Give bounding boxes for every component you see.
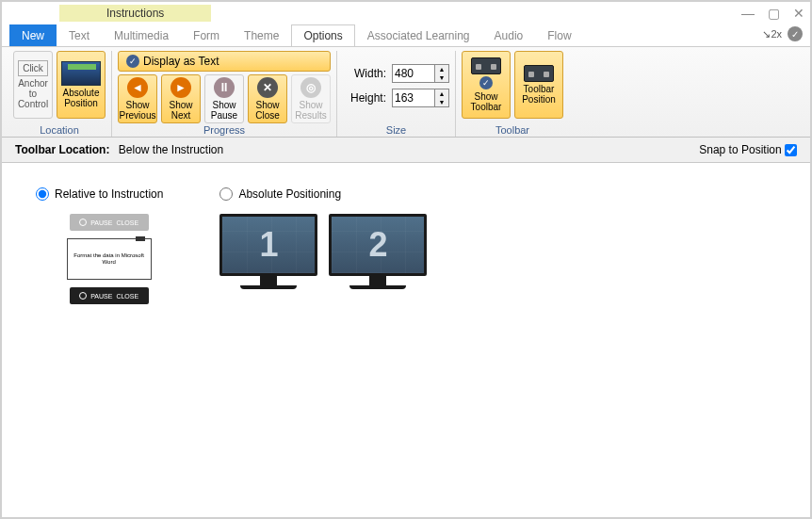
group-label-size: Size [337,124,455,136]
arrow-right-icon: ► [171,77,191,98]
absolute-label: Absolute Positioning [238,187,341,201]
show-previous-button[interactable]: ◄ Show Previous [118,74,157,123]
zoom-indicator[interactable]: ↘2x [762,28,782,41]
height-up[interactable]: ▲ [435,89,448,98]
snap-to-position-checkbox[interactable] [785,144,797,156]
show-toolbar-button[interactable]: ✓ Show Toolbar [462,51,511,119]
height-input[interactable] [392,89,435,107]
pause-icon: II [214,77,235,98]
show-pause-button[interactable]: II Show Pause [204,74,244,123]
anchor-to-control-button[interactable]: Click Anchor to Control [13,51,53,119]
tab-multimedia[interactable]: Multimedia [102,24,181,46]
absolute-position-button[interactable]: Absolute Position [57,51,106,119]
width-input[interactable] [392,64,435,83]
minimize-icon[interactable]: — [741,6,755,21]
tab-new[interactable]: New [9,24,57,46]
monitor-icon [61,61,101,86]
tab-associated-learning[interactable]: Associated Learning [355,24,482,46]
toolbar-icon [471,57,501,74]
arrow-left-icon: ◄ [127,77,148,98]
tab-options[interactable]: Options [291,24,354,46]
monitor-1[interactable]: 1 [219,214,317,289]
snap-label: Snap to Position [699,143,781,156]
show-close-button[interactable]: ✕ Show Close [248,74,287,123]
tab-audio[interactable]: Audio [482,24,536,46]
context-tab-instructions: Instructions [59,5,211,22]
maximize-icon[interactable]: ▢ [768,6,780,21]
toolbar-preview-below: PAUSECLOSE [70,287,149,304]
width-down[interactable]: ▼ [435,73,448,82]
status-ok-icon[interactable]: ✓ [788,26,803,41]
monitor-2[interactable]: 2 [329,214,427,289]
close-window-icon[interactable]: ✕ [793,6,804,21]
height-label: Height: [343,91,386,105]
check-icon: ✓ [126,55,139,68]
tab-flow[interactable]: Flow [535,24,583,46]
group-label-location: Location [8,124,111,136]
relative-radio[interactable] [36,187,49,201]
x-icon: ✕ [257,77,278,98]
toolbar-preview-above: PAUSECLOSE [70,214,149,231]
instruction-preview: Format the data in Microsoft Word [67,238,152,280]
show-next-button[interactable]: ► Show Next [161,74,201,123]
display-as-text-toggle[interactable]: ✓ Display as Text [118,51,331,72]
tab-text[interactable]: Text [57,24,102,46]
width-label: Width: [343,67,386,80]
relative-label: Relative to Instruction [55,187,163,201]
width-up[interactable]: ▲ [435,65,448,73]
show-results-button: ◎ Show Results [291,74,331,123]
group-label-progress: Progress [112,124,336,136]
check-icon: ✓ [479,76,493,89]
tab-theme[interactable]: Theme [232,24,291,46]
toolbar-location-label: Toolbar Location: [15,143,109,156]
results-icon: ◎ [300,77,321,98]
height-down[interactable]: ▼ [435,98,448,106]
toolbar-position-button[interactable]: Toolbar Position [514,51,563,119]
toolbar-location-value: Below the Instruction [119,143,223,156]
tab-form[interactable]: Form [181,24,232,46]
absolute-radio[interactable] [219,187,233,201]
toolbar-icon [524,65,554,82]
group-label-toolbar: Toolbar [456,124,569,136]
